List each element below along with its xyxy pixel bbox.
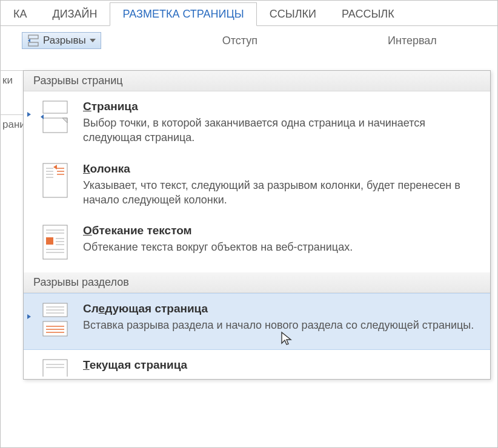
menu-item-page[interactable]: Страница Выбор точки, в которой заканчив… (24, 91, 490, 154)
ribbon-row: Разрывы Отступ Интервал (1, 26, 497, 55)
svg-rect-1 (28, 42, 38, 46)
column-break-icon (39, 162, 71, 202)
breaks-button[interactable]: Разрывы (22, 32, 101, 49)
svg-marker-3 (90, 39, 96, 42)
menu-item-next-page[interactable]: Следующая страница Вставка разрыва разде… (24, 293, 490, 350)
svg-rect-5 (43, 118, 67, 133)
continuous-title: Текущая страница (83, 358, 478, 372)
breaks-label: Разрывы (43, 35, 86, 47)
column-title: Колонка (83, 162, 478, 176)
page-desc: Выбор точки, в которой заканчивается одн… (83, 116, 478, 145)
column-desc: Указывает, что текст, следующий за разры… (83, 178, 478, 208)
next-page-title: Следующая страница (83, 302, 478, 315)
tab-page-layout[interactable]: РАЗМЕТКА СТРАНИЦЫ (110, 2, 256, 26)
next-page-desc: Вставка разрыва раздела и начало нового … (83, 318, 478, 332)
indent-label: Отступ (222, 35, 257, 47)
svg-rect-19 (46, 237, 53, 245)
menu-item-text-wrapping[interactable]: Обтекание текстом Обтекание текста вокру… (24, 216, 490, 272)
chevron-down-icon (90, 39, 96, 42)
page-break-icon (39, 100, 71, 137)
text-wrapping-icon (39, 224, 71, 264)
svg-rect-0 (28, 35, 38, 39)
svg-rect-33 (43, 360, 67, 377)
spacing-label: Интервал (388, 35, 437, 47)
svg-marker-6 (41, 114, 44, 119)
next-page-icon (39, 302, 71, 341)
cursor-icon (281, 331, 293, 347)
breaks-icon (27, 35, 39, 47)
breaks-dropdown: Разрывы страниц Страница Выбор точки, в … (23, 70, 491, 380)
continuous-icon (39, 358, 71, 379)
svg-rect-4 (43, 101, 67, 113)
wrap-title: Обтекание текстом (83, 224, 478, 237)
menu-item-continuous[interactable]: Текущая страница (24, 350, 490, 379)
tab-design[interactable]: ДИЗАЙН (40, 2, 110, 26)
tab-references[interactable]: ССЫЛКИ (257, 2, 329, 26)
ribbon-tabs: КА ДИЗАЙН РАЗМЕТКА СТРАНИЦЫ ССЫЛКИ РАССЫ… (1, 1, 497, 26)
group-section-breaks-header: Разрывы разделов (24, 272, 490, 293)
tab-insert-partial[interactable]: КА (1, 2, 40, 26)
menu-item-column[interactable]: Колонка Указывает, что текст, следующий … (24, 154, 490, 216)
group-page-breaks-header: Разрывы страниц (24, 71, 490, 91)
svg-rect-29 (43, 321, 67, 336)
page-title: Страница (83, 100, 478, 113)
tab-mailings-partial[interactable]: РАССЫЛК (329, 2, 407, 26)
svg-marker-2 (28, 39, 30, 42)
wrap-desc: Обтекание текста вокруг объектов на веб-… (83, 240, 478, 254)
